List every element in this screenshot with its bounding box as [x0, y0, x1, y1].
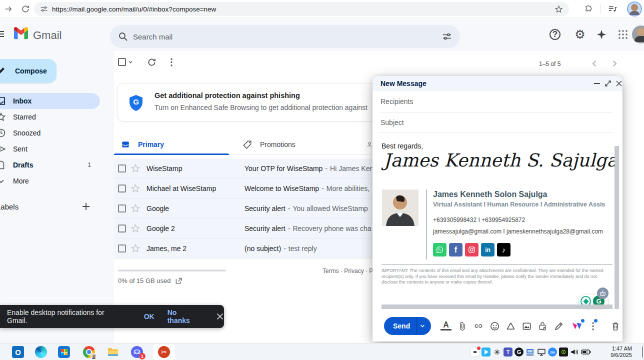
insert-emoji-icon[interactable] [489, 320, 500, 332]
tray-openai-icon[interactable]: ✳ [492, 348, 502, 356]
ms-store-icon[interactable] [58, 346, 70, 358]
expand-icon[interactable] [604, 80, 612, 87]
mail-row[interactable]: Google Security alert-You allowed WiseSt… [114, 198, 372, 218]
sidebar-item-drafts[interactable]: Drafts 1 [0, 157, 100, 173]
recipients-field[interactable] [380, 91, 612, 112]
tray-teams-icon[interactable]: T [504, 348, 512, 356]
extensions-icon[interactable] [584, 4, 593, 14]
facebook-icon[interactable]: f [449, 243, 462, 256]
confidential-mode-icon[interactable] [537, 320, 548, 332]
page-next-icon[interactable] [610, 59, 619, 68]
external-link-icon[interactable] [175, 277, 182, 284]
instagram-icon[interactable] [465, 243, 478, 256]
row-star-icon[interactable] [130, 184, 140, 194]
tray-pc-icon[interactable] [526, 348, 534, 356]
refresh-icon[interactable] [21, 4, 30, 14]
search-icon[interactable] [118, 32, 128, 42]
search-bar[interactable] [110, 25, 460, 48]
refresh-list-icon[interactable] [147, 58, 156, 67]
tray-nvidia-icon[interactable] [559, 348, 568, 356]
tab-primary[interactable]: Primary [118, 134, 229, 155]
discord-icon[interactable]: 1 [131, 346, 143, 358]
bookmark-star-icon[interactable] [554, 5, 563, 14]
tray-grammarly-icon[interactable]: G [514, 348, 524, 356]
volume-icon[interactable] [570, 348, 579, 356]
gemini-sparkle-icon[interactable] [592, 26, 610, 44]
compose-more-icon[interactable]: ⋮ [588, 320, 598, 332]
sidebar-item-sent[interactable]: Sent [0, 141, 100, 157]
settings-gear-icon[interactable]: ⚙ [571, 26, 589, 44]
vertical-scrollbar[interactable] [614, 146, 619, 309]
row-star-icon[interactable] [130, 244, 140, 254]
subject-input[interactable] [380, 118, 612, 126]
row-star-icon[interactable] [130, 204, 140, 214]
tray-play-icon[interactable] [482, 348, 490, 356]
sidebar-item-inbox[interactable]: Inbox [0, 93, 100, 109]
search-input[interactable] [133, 32, 437, 41]
browser-profile-avatar[interactable] [627, 2, 642, 16]
address-bar[interactable] [34, 2, 569, 16]
attach-file-icon[interactable] [456, 320, 468, 332]
sidebar-item-snoozed[interactable]: Snoozed [0, 125, 100, 141]
row-star-icon[interactable] [130, 224, 140, 234]
taskbar-clock[interactable]: 1:47 AM 9/6/2025 [610, 346, 632, 358]
whatsapp-icon[interactable] [433, 243, 446, 256]
outlook-icon[interactable]: O [12, 346, 24, 358]
close-icon[interactable] [616, 80, 622, 87]
page-prev-icon[interactable] [590, 59, 599, 68]
tab-social-partial[interactable] [366, 134, 372, 155]
search-filter-icon[interactable] [442, 32, 452, 42]
sidebar-item-more[interactable]: More [0, 173, 100, 189]
toast-dismiss-button[interactable]: No thanks [168, 308, 201, 324]
compose-button[interactable]: Compose [0, 59, 56, 83]
mail-row[interactable]: Michael at WiseStamp Welcome to WiseStam… [114, 178, 372, 198]
select-all-checkbox[interactable] [118, 58, 133, 66]
recipients-input[interactable] [380, 98, 612, 106]
file-explorer-icon[interactable] [107, 346, 119, 358]
row-checkbox[interactable] [118, 164, 126, 172]
horizontal-scrollbar[interactable] [382, 304, 612, 309]
row-checkbox[interactable] [118, 184, 126, 192]
row-star-icon[interactable] [130, 164, 140, 174]
sidebar-item-starred[interactable]: Starred [0, 109, 100, 125]
mail-row[interactable]: Google 2 Security alert-Recovery phone w… [114, 218, 372, 238]
formatting-options-icon[interactable]: A [440, 320, 452, 330]
row-checkbox[interactable] [118, 224, 126, 232]
show-desktop-handle[interactable] [642, 346, 643, 358]
insert-link-icon[interactable] [473, 320, 484, 332]
tray-zoom-icon[interactable]: zm [548, 348, 557, 356]
send-options-caret[interactable] [420, 324, 425, 328]
toast-ok-button[interactable]: OK [144, 312, 154, 320]
ai-robot-icon[interactable] [597, 288, 608, 299]
minimize-icon[interactable] [594, 83, 600, 84]
body-greeting[interactable]: Best regards, [382, 142, 423, 150]
drive-icon[interactable] [505, 320, 516, 332]
send-button[interactable]: Send [384, 317, 431, 335]
snipping-tool-icon[interactable]: ✂ [158, 346, 170, 358]
row-checkbox[interactable] [118, 204, 126, 212]
toast-close-icon[interactable] [216, 312, 224, 320]
insert-photo-icon[interactable] [521, 320, 532, 332]
tray-discord-icon[interactable] [470, 348, 480, 356]
select-dropdown-caret[interactable] [128, 60, 133, 64]
row-checkbox[interactable] [118, 244, 126, 252]
battery-icon[interactable] [581, 348, 592, 356]
chrome-icon[interactable] [83, 346, 95, 358]
add-label-icon[interactable] [82, 202, 90, 211]
hamburger-menu-icon[interactable] [0, 29, 5, 39]
discard-draft-icon[interactable] [610, 320, 621, 332]
linkedin-icon[interactable]: in [481, 243, 494, 256]
tab-promotions[interactable]: Promotions [240, 134, 340, 155]
apps-grid-icon[interactable] [614, 26, 632, 44]
compose-header[interactable]: New Message [372, 76, 622, 91]
signature-pen-icon[interactable] [553, 320, 564, 332]
url-input[interactable] [52, 6, 554, 13]
mail-row[interactable]: WiseStamp Your OTP for WiseStamp-Hi Jame… [114, 158, 372, 178]
tray-display-icon[interactable] [537, 348, 546, 356]
account-avatar[interactable] [632, 26, 644, 44]
help-icon[interactable]: ? [550, 29, 560, 40]
mail-row[interactable]: James, me 2 (no subject)-test reply [114, 238, 372, 258]
edge-icon[interactable] [35, 346, 47, 358]
tiktok-icon[interactable]: ♪ [497, 243, 510, 256]
subject-field[interactable] [380, 112, 612, 132]
